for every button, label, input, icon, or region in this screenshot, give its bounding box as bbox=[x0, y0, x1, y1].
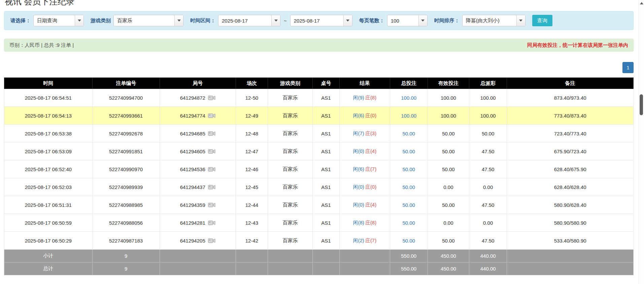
sort-order-label: 时间排序： bbox=[434, 18, 460, 24]
date-range-label: 时间区间： bbox=[190, 18, 215, 24]
cell-table-no: AS1 bbox=[312, 232, 339, 250]
total-row: 总计 9 550.00 450.00 440.00 bbox=[4, 262, 634, 275]
table-row: 2025-08-17 06:54:13 522740993661 6412947… bbox=[4, 107, 634, 125]
cell-valid-bet: 0.00 bbox=[428, 214, 469, 232]
cell-time: 2025-08-17 06:50:29 bbox=[4, 232, 93, 250]
chevron-down-icon[interactable] bbox=[343, 15, 352, 26]
chevron-down-icon[interactable] bbox=[174, 15, 183, 26]
cell-table-no: AS1 bbox=[312, 89, 339, 107]
cell-game-type: 百家乐 bbox=[268, 232, 313, 250]
cell-remark: 628.40/628.40 bbox=[507, 178, 634, 196]
total-bet-link[interactable]: 50.00 bbox=[402, 184, 415, 190]
cell-bet-id: 522740990970 bbox=[92, 160, 160, 178]
subtotal-row: 小计 9 550.00 450.00 440.00 bbox=[4, 250, 634, 262]
cell-remark: 675.90/723.40 bbox=[507, 143, 634, 160]
video-replay-icon[interactable] bbox=[208, 202, 215, 208]
video-replay-icon[interactable] bbox=[208, 131, 215, 136]
cell-result: 闲(9)庄(8) bbox=[340, 89, 390, 107]
header-game-type: 游戏类别 bbox=[268, 78, 313, 89]
total-bet-link[interactable]: 50.00 bbox=[402, 166, 415, 172]
scrollbar-thumb[interactable] bbox=[640, 94, 643, 115]
cell-round-id: 641294685 bbox=[160, 125, 236, 143]
game-type-dropdown[interactable]: 百家乐 bbox=[113, 15, 183, 26]
chevron-down-icon[interactable] bbox=[271, 15, 280, 26]
cell-total-bet: 50.00 bbox=[390, 143, 428, 160]
total-bet-link[interactable]: 50.00 bbox=[402, 131, 415, 136]
sort-order-dropdown[interactable]: 降冪(由大到小) bbox=[462, 15, 526, 26]
cell-session: 12-43 bbox=[236, 214, 268, 232]
sort-order-value: 降冪(由大到小) bbox=[463, 15, 516, 26]
cell-table-no: AS1 bbox=[312, 214, 339, 232]
date-to-value: 2025-08-17 bbox=[291, 15, 343, 26]
date-to-dropdown[interactable]: 2025-08-17 bbox=[290, 15, 352, 26]
chevron-down-icon[interactable] bbox=[516, 15, 525, 26]
cell-session: 12-42 bbox=[236, 232, 268, 250]
cell-time: 2025-08-17 06:53:09 bbox=[4, 143, 93, 160]
subtotal-valid-bet: 450.00 bbox=[428, 250, 469, 262]
table-row: 2025-08-17 06:53:09 522740991851 6412946… bbox=[4, 143, 634, 160]
result-player: 闲(2) bbox=[353, 238, 364, 243]
header-valid-bet: 有效投注 bbox=[428, 78, 469, 89]
chevron-down-icon[interactable] bbox=[418, 15, 427, 26]
cell-table-no: AS1 bbox=[312, 143, 339, 160]
video-replay-icon[interactable] bbox=[208, 149, 215, 154]
table-header: 时间 注单编号 局号 场次 游戏类别 桌号 结果 总投注 有效投注 总派彩 备注 bbox=[4, 78, 634, 89]
page-title: 视讯 会员下注纪录 bbox=[5, 0, 634, 7]
date-from-dropdown[interactable]: 2025-08-17 bbox=[218, 15, 280, 26]
video-replay-icon[interactable] bbox=[208, 166, 215, 172]
page-button-1[interactable]: 1 bbox=[622, 62, 634, 73]
filter-bar: 请选择： 日期查询 游戏类别 百家乐 时间区间： 2025-08-17 ~ 20… bbox=[4, 11, 634, 30]
result-banker: 庄(0) bbox=[365, 113, 376, 118]
table-row: 2025-08-17 06:51:31 522740988985 6412943… bbox=[4, 196, 634, 214]
subtotal-total-bet: 550.00 bbox=[390, 250, 428, 262]
cell-remark: 580.90/580.90 bbox=[507, 214, 634, 232]
total-bet-link[interactable]: 50.00 bbox=[402, 220, 415, 226]
result-player: 闲(7) bbox=[353, 130, 364, 136]
scroll-up-icon[interactable] bbox=[640, 2, 643, 4]
date-from-value: 2025-08-17 bbox=[218, 15, 271, 26]
total-bet-link[interactable]: 50.00 bbox=[402, 202, 415, 208]
cell-session: 12-49 bbox=[236, 107, 268, 125]
subtotal-count: 9 bbox=[92, 250, 160, 262]
video-replay-icon[interactable] bbox=[208, 238, 215, 244]
cell-round-id: 641294872 bbox=[160, 89, 236, 107]
chevron-down-icon[interactable] bbox=[75, 15, 83, 26]
cell-total-bet: 50.00 bbox=[390, 160, 428, 178]
cell-game-type: 百家乐 bbox=[268, 89, 313, 107]
video-replay-icon[interactable] bbox=[208, 184, 215, 190]
cell-payout: 0.00 bbox=[469, 214, 507, 232]
cell-round-id: 641294205 bbox=[160, 232, 236, 250]
cell-time: 2025-08-17 06:52:03 bbox=[4, 178, 93, 196]
cell-session: 12-46 bbox=[236, 160, 268, 178]
total-bet-link[interactable]: 50.00 bbox=[402, 238, 415, 244]
cell-valid-bet: 50.00 bbox=[428, 232, 469, 250]
cell-session: 12-44 bbox=[236, 196, 268, 214]
cell-payout: 0.00 bbox=[469, 178, 507, 196]
query-type-dropdown[interactable]: 日期查询 bbox=[33, 15, 84, 26]
cell-payout: 47.50 bbox=[469, 160, 507, 178]
cell-bet-id: 522740993661 bbox=[92, 107, 160, 125]
result-player: 闲(6) bbox=[353, 113, 364, 118]
cell-table-no: AS1 bbox=[312, 107, 339, 125]
date-range-separator: ~ bbox=[283, 18, 287, 24]
total-bet-link[interactable]: 100.00 bbox=[401, 113, 416, 119]
cell-bet-id: 522740991851 bbox=[92, 143, 160, 160]
page-size-dropdown[interactable]: 100 bbox=[387, 15, 428, 26]
cell-payout: 100.00 bbox=[469, 89, 507, 107]
video-replay-icon[interactable] bbox=[208, 95, 215, 101]
cell-session: 12-50 bbox=[236, 89, 268, 107]
result-banker: 庄(4) bbox=[365, 148, 376, 154]
total-count: 9 bbox=[92, 262, 160, 275]
cell-total-bet: 100.00 bbox=[390, 107, 428, 125]
scrollbar[interactable] bbox=[638, 0, 644, 284]
result-banker: 庄(0) bbox=[365, 184, 376, 190]
total-bet-link[interactable]: 50.00 bbox=[402, 149, 415, 154]
result-banker: 庄(3) bbox=[365, 130, 376, 136]
video-replay-icon[interactable] bbox=[208, 113, 215, 119]
cell-game-type: 百家乐 bbox=[268, 125, 313, 143]
search-button[interactable]: 查询 bbox=[532, 15, 552, 26]
cell-valid-bet: 50.00 bbox=[428, 143, 469, 160]
total-bet-link[interactable]: 100.00 bbox=[401, 95, 416, 101]
cell-result: 闲(8)庄(8) bbox=[340, 214, 390, 232]
video-replay-icon[interactable] bbox=[208, 220, 215, 226]
